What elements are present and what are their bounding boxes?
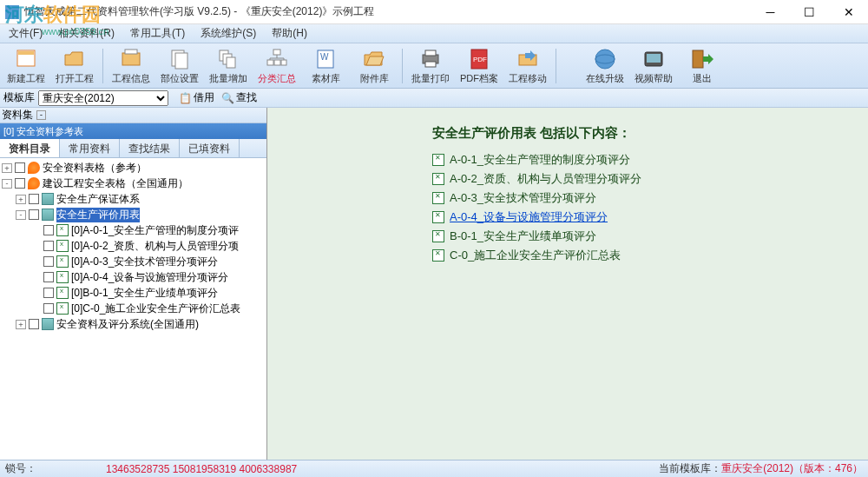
- category-summary-button[interactable]: 分类汇总: [254, 45, 299, 87]
- material-lib-button[interactable]: W素材库: [303, 45, 348, 87]
- tree-node[interactable]: -建设工程安全表格（全国通用）: [2, 176, 265, 191]
- list-item[interactable]: C-0_施工企业安全生产评价汇总表: [432, 246, 833, 265]
- list-item-selected[interactable]: A-0-4_设备与设施管理分项评分: [432, 208, 833, 227]
- batch-print-icon: [418, 47, 443, 71]
- list-item[interactable]: A-0-1_安全生产管理的制度分项评分: [432, 150, 833, 169]
- svg-rect-2: [122, 53, 140, 65]
- folder-icon: [42, 318, 54, 330]
- batch-add-icon: [216, 47, 240, 71]
- new-project-button[interactable]: 新建工程: [3, 45, 49, 87]
- template-lib-label: 模板库: [3, 90, 35, 105]
- svg-rect-29: [693, 50, 703, 68]
- list-item[interactable]: A-0-3_安全技术管理分项评分: [432, 189, 833, 208]
- exit-icon: [690, 47, 714, 71]
- svg-rect-8: [227, 57, 235, 68]
- excel-icon: [432, 249, 444, 262]
- svg-text:W: W: [320, 52, 329, 62]
- svg-rect-1: [18, 51, 34, 55]
- attach-lib-icon: [362, 47, 386, 71]
- svg-rect-12: [281, 60, 286, 65]
- template-bar: 模板库 重庆安全(2012) 📋借用 🔍查找: [0, 89, 868, 108]
- tree-node[interactable]: +安全资料及评分系统(全国通用): [2, 316, 265, 332]
- svg-rect-9: [273, 50, 280, 55]
- panel-header: [0] 安全资料参考表: [0, 123, 266, 139]
- left-tabs: 资料目录 常用资料 查找结果 已填资料: [0, 139, 266, 158]
- menu-bar: 文件(F) 相关资料(R) 常用工具(T) 系统维护(S) 帮助(H): [0, 24, 868, 43]
- svg-rect-28: [647, 54, 661, 63]
- excel-icon: [56, 240, 69, 252]
- excel-icon: [56, 287, 69, 299]
- tree-node[interactable]: [0]A-0-2_资质、机构与人员管理分项: [2, 238, 265, 254]
- tree-node[interactable]: [0]A-0-4_设备与设施管理分项评分: [2, 269, 265, 285]
- maximize-button[interactable]: ☐: [790, 0, 829, 24]
- tree-view[interactable]: +安全资料表格（参考） -建设工程安全表格（全国通用） +安全生产保证体系 -安…: [0, 158, 266, 460]
- tab-common[interactable]: 常用资料: [60, 139, 120, 157]
- tree-node-selected[interactable]: -安全生产评价用表: [2, 207, 265, 222]
- minimize-button[interactable]: ─: [751, 0, 790, 24]
- menu-help[interactable]: 帮助(H): [272, 26, 307, 41]
- menu-file[interactable]: 文件(F): [9, 26, 43, 41]
- svg-rect-5: [175, 53, 187, 69]
- data-set-label: 资料集: [2, 108, 33, 123]
- lock-label: 锁号：: [0, 461, 36, 476]
- open-project-button[interactable]: 打开工程: [52, 45, 97, 87]
- status-bar: 锁号： 13463528735 15081958319 4006338987 当…: [0, 460, 868, 477]
- tab-filled[interactable]: 已填资料: [180, 139, 240, 157]
- video-help-icon: [641, 47, 666, 71]
- svg-rect-11: [274, 60, 280, 65]
- batch-print-button[interactable]: 批量打印: [408, 45, 453, 87]
- exit-button[interactable]: 退出: [680, 45, 725, 87]
- category-summary-icon: [265, 47, 289, 71]
- menu-maintenance[interactable]: 系统维护(S): [201, 26, 256, 41]
- online-upgrade-icon: [593, 47, 617, 71]
- window-title: 恒智天成第二代资料管理软件(学习版 V9.2.5) - 《重庆安全(2012)》…: [24, 4, 751, 19]
- tree-node[interactable]: [0]B-0-1_安全生产业绩单项评分: [2, 285, 265, 301]
- excel-icon: [432, 173, 444, 185]
- template-select[interactable]: 重庆安全(2012): [38, 90, 168, 106]
- svg-rect-20: [425, 50, 436, 56]
- project-move-button[interactable]: 工程移动: [505, 45, 550, 87]
- online-upgrade-button[interactable]: 在线升级: [582, 45, 628, 87]
- attach-lib-button[interactable]: 附件库: [352, 45, 397, 87]
- tree-node[interactable]: [0]A-0-1_安全生产管理的制度分项评: [2, 222, 265, 238]
- tree-node[interactable]: +安全资料表格（参考）: [2, 160, 265, 176]
- list-item[interactable]: B-0-1_安全生产业绩单项评分: [432, 227, 833, 246]
- search-icon: 🔍: [221, 92, 234, 104]
- svg-text:PDF: PDF: [473, 56, 487, 63]
- status-template: 当前模板库：重庆安全(2012)（版本：476）: [659, 461, 868, 476]
- video-help-button[interactable]: 视频帮助: [631, 45, 676, 87]
- find-button[interactable]: 🔍查找: [221, 90, 257, 105]
- collapse-toggle[interactable]: -: [36, 110, 46, 120]
- tree-node[interactable]: [0]C-0_施工企业安全生产评价汇总表: [2, 301, 265, 316]
- title-bar: 恒智天成第二代资料管理软件(学习版 V9.2.5) - 《重庆安全(2012)》…: [0, 0, 868, 24]
- dept-settings-icon: [168, 47, 192, 71]
- excel-icon: [56, 302, 69, 315]
- tab-catalog[interactable]: 资料目录: [0, 139, 60, 157]
- material-lib-icon: W: [313, 47, 338, 71]
- flame-icon: [28, 162, 40, 174]
- app-icon: [5, 5, 19, 19]
- tab-results[interactable]: 查找结果: [120, 139, 180, 157]
- tree-node[interactable]: +安全生产保证体系: [2, 191, 265, 207]
- left-panel: 资料集 - [0] 安全资料参考表 资料目录 常用资料 查找结果 已填资料 +安…: [0, 108, 267, 460]
- open-project-icon: [62, 47, 87, 71]
- svg-rect-21: [425, 62, 436, 67]
- borrow-button[interactable]: 📋借用: [179, 90, 214, 105]
- phone-numbers: 13463528735 15081958319 4006338987: [106, 463, 659, 475]
- close-button[interactable]: ✕: [829, 0, 868, 24]
- menu-related[interactable]: 相关资料(R): [58, 26, 115, 41]
- batch-add-button[interactable]: 批量增加: [206, 45, 251, 87]
- content-list: A-0-1_安全生产管理的制度分项评分 A-0-2_资质、机构与人员管理分项评分…: [432, 150, 833, 265]
- project-info-icon: [119, 47, 143, 71]
- folder-icon: [42, 209, 54, 221]
- folder-icon: [42, 193, 54, 205]
- menu-tools[interactable]: 常用工具(T): [130, 26, 185, 41]
- project-info-button[interactable]: 工程信息: [108, 45, 154, 87]
- excel-icon: [432, 192, 444, 204]
- list-item[interactable]: A-0-2_资质、机构与人员管理分项评分: [432, 169, 833, 189]
- content-panel: 安全生产评价用表 包括以下内容： A-0-1_安全生产管理的制度分项评分 A-0…: [267, 108, 868, 460]
- pdf-archive-icon: PDF: [467, 47, 491, 71]
- pdf-archive-button[interactable]: PDFPDF档案: [457, 45, 502, 87]
- tree-node[interactable]: [0]A-0-3_安全技术管理分项评分: [2, 254, 265, 269]
- dept-settings-button[interactable]: 部位设置: [157, 45, 202, 87]
